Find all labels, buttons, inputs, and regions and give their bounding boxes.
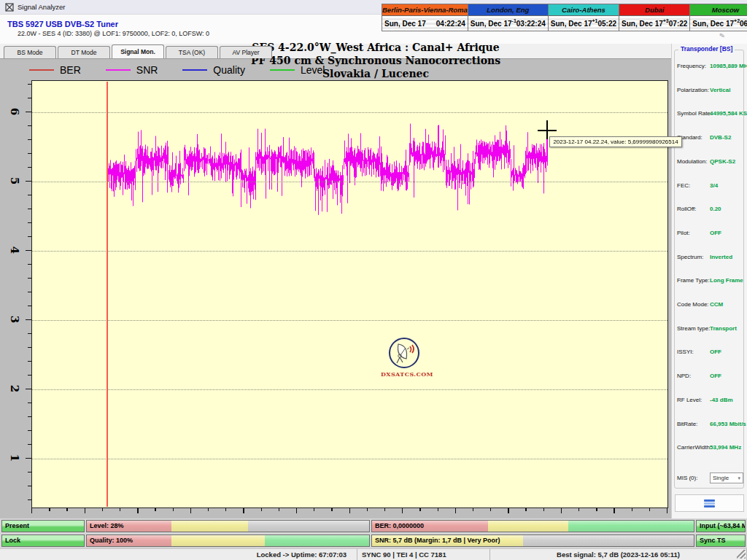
app-icon <box>5 3 14 12</box>
transponder-field-value: 10985,889 MHz <box>710 63 747 69</box>
clock-time-row: Sun, Dec 17+206:22 <box>690 16 747 31</box>
ber-event-marker <box>107 82 108 507</box>
transponder-field-value: Long Frame <box>710 277 743 284</box>
x-minor-tick <box>331 508 332 511</box>
x-minor-tick <box>596 508 597 511</box>
x-minor-tick <box>261 508 262 511</box>
clock-time-value: 03:22:24 <box>516 20 546 28</box>
quality-bar: Quality: 100% <box>86 534 370 547</box>
x-minor-tick <box>155 508 155 511</box>
resize-grip[interactable] <box>737 550 746 559</box>
x-minor-tick <box>102 508 103 511</box>
x-major-tick <box>137 508 138 513</box>
y-axis-label-4: 4 <box>8 245 21 255</box>
x-minor-tick <box>578 508 579 511</box>
list-icon <box>704 499 715 508</box>
transponder-field-value: OFF <box>710 373 721 379</box>
clock-2: Cairo-AthensSun, Dec 17+105:22 <box>549 4 619 31</box>
legend-label: BER <box>60 64 81 76</box>
status-best-signal: Best signal: 5,7 dB (2023-12-16 05:11) <box>490 549 747 560</box>
transponder-field-label: Modulation: <box>677 158 707 165</box>
tab-dt-mode[interactable]: DT Mode <box>58 46 110 58</box>
clock-date: Sun, Dec 17 <box>622 20 663 28</box>
sync-indicator-label: Sync TS <box>700 537 726 544</box>
snr-chart[interactable]: DXSATCS.COM 2023-12-17 04.22.24, value: … <box>31 80 668 508</box>
x-major-tick <box>31 508 32 513</box>
tuner-details: 22.0W - SES 4 (ID: 3380) @ LOF1: 9750000… <box>18 30 209 37</box>
input-indicator: Input (~63,84 Mbps) <box>696 520 746 532</box>
clock-date: Sun, Dec 17 <box>551 20 592 28</box>
clock-time-value: 06:22 <box>740 20 747 28</box>
dxsatcs-watermark: DXSATCS.COM <box>381 338 429 383</box>
level-bar-segment <box>171 521 247 532</box>
x-major-tick <box>402 508 403 513</box>
mis-value: Single <box>713 475 729 481</box>
y-axis-label-1: 1 <box>8 453 21 463</box>
x-minor-tick <box>173 508 174 511</box>
x-minor-tick <box>419 508 420 511</box>
chevron-down-icon: ▾ <box>738 475 740 481</box>
tab-av-player[interactable]: AV Player <box>220 46 272 58</box>
transponder-list-button[interactable] <box>675 494 744 512</box>
tab-signal-mon-[interactable]: Signal Mon. <box>112 44 164 58</box>
x-minor-tick <box>438 508 438 511</box>
transponder-field-label: RollOff: <box>677 206 697 212</box>
y-major-tick-left <box>26 250 31 252</box>
tab-tsa-ok-[interactable]: TSA (OK) <box>166 46 218 58</box>
x-major-tick <box>508 508 508 513</box>
status-bar: Locked -> Uptime: 67:07:03 SYNC 90 | TEI… <box>0 548 747 560</box>
clock-utc-offset: +1 <box>592 18 598 23</box>
chart-title-line1: SES 4-22.0°W_West Africa : Canal+ Afriqu… <box>230 41 522 54</box>
tab-bs-mode[interactable]: BS Mode <box>4 46 56 58</box>
lock-indicator-label: Lock <box>5 537 20 544</box>
y-major-tick-left <box>26 319 31 321</box>
gridline-2 <box>32 389 667 390</box>
gridline-5 <box>32 182 667 182</box>
clock-3: DubaiSun, Dec 17+307:22 <box>619 4 690 31</box>
present-indicator-label: Present <box>5 522 29 529</box>
clock-utc-offset: -1 <box>512 18 516 23</box>
x-minor-tick <box>279 508 279 511</box>
level-bar-segments <box>87 521 369 532</box>
status-sync-counters: SYNC 90 | TEI 4 | CC 7181 <box>357 549 490 560</box>
clock-date: Sun, Dec 17 <box>384 20 426 28</box>
x-major-tick <box>243 508 244 513</box>
x-major-tick <box>349 508 350 513</box>
x-major-tick <box>296 508 297 513</box>
watermark-text: DXSATCS.COM <box>381 370 429 378</box>
y-major-tick-left <box>26 181 31 182</box>
transponder-field-value: Transport <box>710 325 737 332</box>
x-minor-tick <box>490 508 491 511</box>
legend-label: SNR <box>136 64 158 76</box>
transponder-group-title: Transponder [BS] <box>678 45 735 52</box>
y-axis-label-3: 3 <box>8 314 21 324</box>
y-axis-label-6: 6 <box>8 106 21 117</box>
world-clocks: Berlin-Paris-Vienna-RomaSun, Dec 1704:22… <box>382 4 746 31</box>
x-minor-tick <box>314 508 314 511</box>
transponder-field-value: OFF <box>710 230 721 236</box>
clock-time-value: 04:22:24 <box>436 20 465 28</box>
x-major-tick <box>85 508 85 513</box>
snr-bar-label: SNR: 5,7 dB (Margin: 1,7 dB | Very Poor) <box>375 537 500 544</box>
transponder-field-label: Stream type: <box>677 325 710 332</box>
y-major-tick-left <box>26 112 31 113</box>
transponder-field-label: Spectrum: <box>677 254 703 260</box>
transponder-field-label: RF Level: <box>677 397 702 403</box>
transponder-field-value: CCM <box>710 301 723 308</box>
x-minor-tick <box>49 508 50 511</box>
gridline-3 <box>32 320 667 321</box>
legend-swatch-quality <box>182 69 207 71</box>
transponder-field-label: Code Mode: <box>677 301 709 308</box>
clock-city: Moscow <box>690 4 747 16</box>
transponder-field-label: Polarization: <box>677 87 709 93</box>
transponder-field-label: NPD: <box>677 373 691 379</box>
mis-dropdown[interactable]: Single ▾ <box>710 472 743 483</box>
clock-time-value: 05:22 <box>598 20 617 28</box>
clock-city: London, Eng <box>468 4 548 16</box>
legend-item-snr: SNR <box>106 64 158 76</box>
clock-date: Sun, Dec 17 <box>692 20 734 28</box>
satellite-dish-icon <box>391 341 417 367</box>
mis-label: MIS (0): <box>677 475 697 481</box>
transponder-field-label: FEC: <box>677 182 690 189</box>
crosshair-icon-h <box>538 130 557 131</box>
